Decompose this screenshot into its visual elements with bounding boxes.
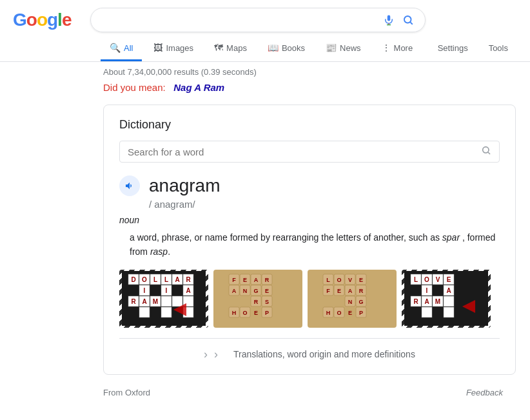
- svg-text:L: L: [153, 276, 157, 283]
- crossword-svg-4: L O V E I A R A M: [404, 271, 488, 326]
- svg-text:E: E: [359, 277, 363, 283]
- word-header: anagram: [119, 175, 500, 196]
- tab-maps[interactable]: 🗺 Maps: [205, 36, 256, 61]
- svg-text:L: L: [414, 276, 418, 283]
- svg-text:R: R: [254, 299, 259, 305]
- maps-icon: 🗺: [214, 43, 223, 53]
- nav-tabs: 🔍 All 🖼 Images 🗺 Maps 📖 Books 📰 News ⋮ M…: [0, 32, 530, 62]
- svg-text:D: D: [131, 276, 135, 283]
- feedback-link[interactable]: Feedback: [466, 388, 503, 397]
- main-content: Dictionary anagram / anagram/ noun: [0, 98, 530, 381]
- word-pos: noun: [119, 215, 500, 225]
- search-input[interactable]: Anagram: [101, 14, 376, 26]
- tab-books[interactable]: 📖 Books: [259, 36, 314, 61]
- books-icon: 📖: [268, 43, 279, 53]
- svg-text:I: I: [166, 287, 168, 294]
- svg-rect-114: [411, 307, 421, 317]
- svg-text:E: E: [348, 310, 352, 316]
- images-icon: 🖼: [153, 43, 162, 53]
- source-label: From Oxford: [103, 388, 150, 397]
- svg-text:G: G: [253, 288, 258, 294]
- microphone-icon[interactable]: [382, 14, 395, 26]
- svg-text:E: E: [337, 288, 341, 294]
- tab-settings[interactable]: Settings: [429, 37, 477, 61]
- tab-tools[interactable]: Tools: [480, 37, 517, 61]
- crossword-image-4[interactable]: L O V E I A R A M: [402, 270, 491, 328]
- crossword-image-3[interactable]: L O V E F E A R N G H O P E: [308, 270, 397, 328]
- svg-point-3: [404, 16, 411, 23]
- svg-text:H: H: [326, 310, 331, 316]
- crossword-svg-3: L O V E F E A R N G H O P E: [310, 271, 394, 326]
- svg-text:A: A: [142, 298, 146, 305]
- svg-text:O: O: [142, 276, 147, 283]
- expand-bar[interactable]: › › Translations, word origin and more d…: [119, 338, 500, 361]
- svg-line-6: [488, 152, 490, 154]
- dictionary-card: Dictionary anagram / anagram/ noun: [103, 105, 516, 375]
- svg-text:P: P: [265, 310, 269, 316]
- svg-text:R: R: [413, 298, 418, 305]
- expand-label: Translations, word origin and more defin…: [233, 349, 415, 359]
- svg-rect-106: [411, 285, 421, 295]
- svg-text:N: N: [348, 299, 353, 305]
- crossword-image-2[interactable]: F E A R A N G E R S H O P E: [213, 270, 302, 328]
- svg-text:F: F: [232, 277, 236, 283]
- svg-text:F: F: [326, 288, 330, 294]
- svg-text:S: S: [265, 299, 269, 305]
- svg-text:O: O: [337, 310, 341, 316]
- svg-text:M: M: [153, 298, 158, 305]
- results-info: About 7,34,00,000 results (0.39 seconds): [0, 62, 530, 79]
- svg-rect-29: [161, 307, 172, 317]
- did-you-mean-correction[interactable]: Nag A Ram: [173, 82, 224, 93]
- svg-text:A: A: [186, 287, 190, 294]
- svg-text:H: H: [232, 310, 237, 316]
- svg-text:A: A: [175, 276, 179, 283]
- all-icon: 🔍: [110, 43, 121, 53]
- tab-all[interactable]: 🔍 All: [101, 36, 142, 61]
- svg-text:L: L: [326, 277, 330, 283]
- word-search-bar: [119, 141, 500, 163]
- svg-rect-16: [150, 285, 161, 295]
- svg-line-4: [411, 22, 413, 24]
- search-bar: Anagram: [90, 8, 426, 32]
- svg-text:R: R: [131, 298, 136, 305]
- svg-text:E: E: [243, 277, 247, 283]
- svg-rect-14: [128, 285, 139, 295]
- word-search-input[interactable]: [128, 146, 481, 157]
- svg-text:M: M: [435, 298, 440, 305]
- svg-rect-26: [128, 307, 139, 317]
- search-submit-icon[interactable]: [402, 14, 415, 26]
- word-definition: a word, phrase, or name formed by rearra…: [130, 230, 500, 259]
- svg-text:R: R: [265, 277, 270, 283]
- svg-text:O: O: [424, 276, 429, 283]
- word-search-icon[interactable]: [481, 145, 491, 158]
- svg-text:A: A: [424, 298, 429, 305]
- tab-more[interactable]: ⋮ More: [373, 36, 422, 61]
- word-phonetic: / anagram/: [149, 199, 500, 210]
- news-icon: 📰: [326, 43, 337, 53]
- crossword-svg-2: F E A R A N G E R S H O P E: [216, 271, 300, 326]
- svg-text:E: E: [447, 276, 451, 283]
- svg-text:R: R: [186, 276, 191, 283]
- svg-rect-18: [172, 285, 182, 295]
- footer-bar: From Oxford Feedback: [0, 381, 516, 404]
- svg-rect-23: [161, 296, 172, 306]
- svg-text:R: R: [359, 288, 364, 294]
- top-bar: G o o g l e Anagram: [0, 0, 530, 32]
- crossword-image-1[interactable]: D O L L A R I I A R A M: [119, 270, 208, 328]
- svg-text:A: A: [232, 288, 237, 294]
- tab-news[interactable]: 📰 News: [317, 36, 370, 61]
- more-icon: ⋮: [382, 43, 391, 53]
- svg-text:P: P: [359, 310, 363, 316]
- svg-rect-113: [444, 296, 454, 306]
- svg-rect-28: [150, 307, 161, 317]
- svg-rect-108: [433, 285, 443, 295]
- svg-text:O: O: [337, 277, 341, 283]
- crossword-svg-1: D O L L A R I I A R A M: [122, 271, 206, 326]
- svg-text:E: E: [265, 288, 269, 294]
- chevron-icon-2: ›: [214, 348, 218, 361]
- svg-rect-24: [172, 296, 182, 306]
- tab-images[interactable]: 🖼 Images: [144, 36, 202, 61]
- svg-rect-115: [422, 307, 432, 317]
- speaker-button[interactable]: [119, 175, 140, 196]
- svg-text:I: I: [426, 287, 428, 294]
